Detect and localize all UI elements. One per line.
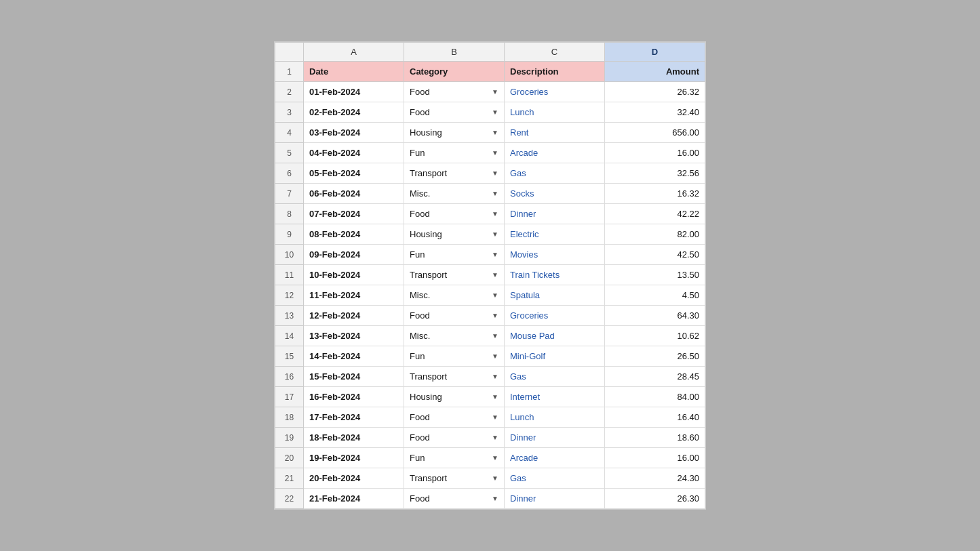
date-cell: 16-Feb-2024 — [304, 387, 404, 407]
row-num-6: 6 — [275, 163, 304, 184]
corner-header — [275, 43, 304, 62]
amount-cell: 32.56 — [605, 163, 705, 184]
category-cell[interactable]: Fun▼ — [404, 346, 505, 367]
date-cell: 07-Feb-2024 — [304, 204, 404, 224]
row-num-12: 12 — [275, 285, 304, 306]
category-cell[interactable]: Housing▼ — [404, 123, 505, 143]
date-cell: 08-Feb-2024 — [304, 224, 404, 245]
dropdown-arrow-icon: ▼ — [492, 495, 498, 502]
description-cell: Groceries — [505, 306, 605, 326]
category-cell[interactable]: Transport▼ — [404, 265, 505, 285]
amount-cell: 656.00 — [605, 123, 705, 143]
category-label: Transport — [410, 270, 447, 280]
date-cell: 05-Feb-2024 — [304, 163, 404, 184]
table-row: 403-Feb-2024Housing▼Rent656.00 — [275, 123, 705, 143]
category-label: Misc. — [410, 290, 430, 300]
description-cell: Spatula — [505, 285, 605, 306]
dropdown-arrow-icon: ▼ — [492, 251, 498, 258]
amount-cell: 13.50 — [605, 265, 705, 285]
spreadsheet: A B C D 1 Date Category Description Amou… — [274, 41, 706, 510]
description-cell: Movies — [505, 245, 605, 265]
description-cell: Dinner — [505, 428, 605, 448]
category-cell[interactable]: Misc.▼ — [404, 184, 505, 204]
category-label: Fun — [410, 148, 425, 158]
table-row: 807-Feb-2024Food▼Dinner42.22 — [275, 204, 705, 224]
dropdown-arrow-icon: ▼ — [492, 108, 498, 116]
col-description-header: Description — [505, 62, 605, 82]
row-num-22: 22 — [275, 489, 304, 509]
date-cell: 21-Feb-2024 — [304, 489, 404, 509]
description-cell: Dinner — [505, 489, 605, 509]
row-num-3: 3 — [275, 102, 304, 123]
amount-cell: 26.32 — [605, 82, 705, 102]
date-cell: 12-Feb-2024 — [304, 306, 404, 326]
category-cell[interactable]: Food▼ — [404, 204, 505, 224]
category-cell[interactable]: Fun▼ — [404, 448, 505, 468]
category-cell[interactable]: Misc.▼ — [404, 285, 505, 306]
date-cell: 17-Feb-2024 — [304, 407, 404, 428]
category-cell[interactable]: Transport▼ — [404, 367, 505, 387]
amount-cell: 64.30 — [605, 306, 705, 326]
table-row: 504-Feb-2024Fun▼Arcade16.00 — [275, 143, 705, 163]
dropdown-arrow-icon: ▼ — [492, 434, 498, 441]
col-a-header[interactable]: A — [304, 43, 404, 62]
header-row: 1 Date Category Description Amount — [275, 62, 705, 82]
row-num-14: 14 — [275, 326, 304, 346]
category-label: Food — [410, 310, 430, 321]
category-cell[interactable]: Food▼ — [404, 102, 505, 123]
table-row: 2221-Feb-2024Food▼Dinner26.30 — [275, 489, 705, 509]
dropdown-arrow-icon: ▼ — [492, 149, 498, 157]
description-cell: Dinner — [505, 204, 605, 224]
category-cell[interactable]: Food▼ — [404, 407, 505, 428]
row-num-1: 1 — [275, 62, 304, 82]
amount-cell: 16.00 — [605, 448, 705, 468]
category-cell[interactable]: Housing▼ — [404, 224, 505, 245]
category-cell[interactable]: Food▼ — [404, 306, 505, 326]
row-num-16: 16 — [275, 367, 304, 387]
date-cell: 15-Feb-2024 — [304, 367, 404, 387]
dropdown-arrow-icon: ▼ — [492, 190, 498, 197]
category-cell[interactable]: Fun▼ — [404, 245, 505, 265]
dropdown-arrow-icon: ▼ — [492, 454, 498, 462]
amount-cell: 32.40 — [605, 102, 705, 123]
row-num-7: 7 — [275, 184, 304, 204]
dropdown-arrow-icon: ▼ — [492, 373, 498, 380]
row-num-11: 11 — [275, 265, 304, 285]
table-row: 908-Feb-2024Housing▼Electric82.00 — [275, 224, 705, 245]
category-cell[interactable]: Fun▼ — [404, 143, 505, 163]
category-label: Transport — [410, 473, 447, 483]
category-cell[interactable]: Transport▼ — [404, 163, 505, 184]
description-cell: Socks — [505, 184, 605, 204]
col-d-header[interactable]: D — [605, 43, 705, 62]
category-label: Food — [410, 432, 430, 443]
col-c-header[interactable]: C — [505, 43, 605, 62]
date-cell: 01-Feb-2024 — [304, 82, 404, 102]
description-cell: Internet — [505, 387, 605, 407]
date-cell: 02-Feb-2024 — [304, 102, 404, 123]
category-cell[interactable]: Misc.▼ — [404, 326, 505, 346]
category-cell[interactable]: Housing▼ — [404, 387, 505, 407]
category-cell[interactable]: Food▼ — [404, 82, 505, 102]
row-num-20: 20 — [275, 448, 304, 468]
category-cell[interactable]: Food▼ — [404, 489, 505, 509]
category-label: Housing — [410, 229, 442, 239]
table-row: 1211-Feb-2024Misc.▼Spatula4.50 — [275, 285, 705, 306]
dropdown-arrow-icon: ▼ — [492, 129, 498, 136]
date-cell: 19-Feb-2024 — [304, 448, 404, 468]
description-cell: Train Tickets — [505, 265, 605, 285]
amount-cell: 42.22 — [605, 204, 705, 224]
category-cell[interactable]: Transport▼ — [404, 468, 505, 489]
description-cell: Gas — [505, 367, 605, 387]
table-row: 1009-Feb-2024Fun▼Movies42.50 — [275, 245, 705, 265]
category-label: Transport — [410, 168, 447, 178]
date-cell: 04-Feb-2024 — [304, 143, 404, 163]
table-row: 1918-Feb-2024Food▼Dinner18.60 — [275, 428, 705, 448]
row-num-10: 10 — [275, 245, 304, 265]
col-b-header[interactable]: B — [404, 43, 505, 62]
dropdown-arrow-icon: ▼ — [492, 210, 498, 218]
amount-cell: 24.30 — [605, 468, 705, 489]
dropdown-arrow-icon: ▼ — [492, 352, 498, 360]
dropdown-arrow-icon: ▼ — [492, 474, 498, 482]
category-cell[interactable]: Food▼ — [404, 428, 505, 448]
date-cell: 10-Feb-2024 — [304, 265, 404, 285]
